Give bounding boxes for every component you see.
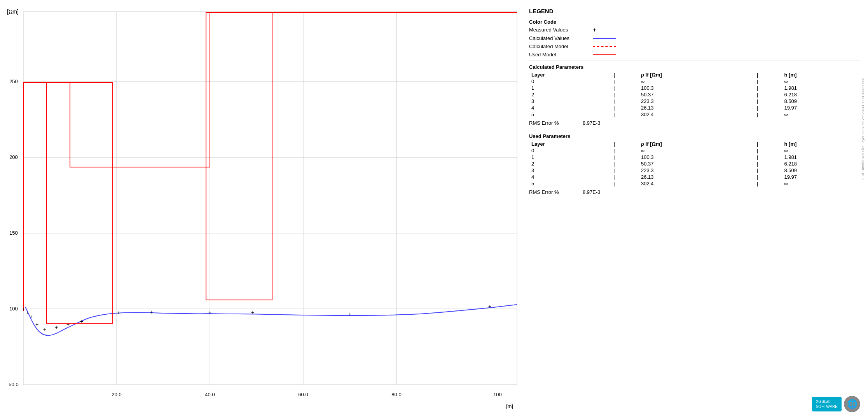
calc-th-layer: Layer — [529, 71, 611, 78]
meas-point-4: + — [35, 321, 38, 328]
meas-point-11: + — [208, 309, 211, 315]
calc-cell-5-3: | — [754, 111, 782, 118]
used-cell-1-1: | — [611, 154, 639, 160]
meas-point-14: + — [488, 303, 491, 309]
measured-values-item: Measured Values + — [529, 26, 860, 33]
y-tick-50: 50.0 — [9, 382, 18, 387]
used-cell-2-4: 6.218 — [782, 160, 860, 167]
used-parameters-title: Used Parameters — [529, 133, 860, 139]
y-tick-200: 200 — [9, 154, 18, 160]
used-cell-2-0: 2 — [529, 160, 611, 167]
used-cell-4-3: | — [754, 174, 782, 180]
calculated-values-label: Calculated Values — [529, 35, 591, 41]
calc-table-row: 2|50.37|6.218 — [529, 91, 860, 98]
measured-values-label: Measured Values — [529, 27, 591, 33]
used-th-sep2: | — [754, 141, 782, 147]
used-cell-3-4: 8.509 — [782, 167, 860, 174]
calculated-values-line — [593, 38, 616, 39]
used-cell-5-0: 5 — [529, 180, 611, 187]
calc-table-row: 4|26.13|19.97 — [529, 105, 860, 111]
calc-cell-4-3: | — [754, 105, 782, 111]
meas-point-13: + — [348, 311, 351, 317]
svg-rect-0 — [0, 0, 521, 420]
xgslab-logo: XGSLab SOFTWARE — [812, 397, 842, 411]
chart-area: [Ωm] 50.0 100 150 200 250 20.0 40.0 60.0… — [0, 0, 521, 420]
calc-cell-1-0: 1 — [529, 85, 611, 91]
used-cell-1-3: | — [754, 154, 782, 160]
calc-cell-0-4: ∞ — [782, 78, 860, 85]
calculated-model-label: Calculated Model — [529, 44, 591, 49]
xgslab-badge: XGSLab SOFTWARE 🌐 — [812, 396, 860, 412]
used-cell-0-3: | — [754, 147, 782, 154]
meas-point-1: + — [22, 306, 25, 312]
calc-cell-3-4: 8.509 — [782, 98, 860, 105]
used-cell-4-0: 4 — [529, 174, 611, 180]
used-cell-0-2: ∞ — [639, 147, 754, 154]
legend-panel: LEGEND Color Code Measured Values + Calc… — [521, 0, 868, 420]
x-axis-label: [m] — [506, 403, 513, 409]
used-cell-3-3: | — [754, 167, 782, 174]
divider-1 — [529, 61, 860, 61]
used-table-header-row: Layer | ρ If [Ωm] | h [m] — [529, 141, 860, 147]
used-cell-0-4: ∞ — [782, 147, 860, 154]
calc-cell-0-0: 0 — [529, 78, 611, 85]
calc-cell-1-2: 100.3 — [639, 85, 754, 91]
calc-cell-3-3: | — [754, 98, 782, 105]
rms-error-used: RMS Error % 8.97E-3 — [529, 189, 860, 195]
calc-cell-5-2: 302.4 — [639, 111, 754, 118]
y-tick-250: 250 — [9, 78, 18, 84]
meas-point-7: + — [66, 321, 70, 328]
used-cell-3-2: 223.3 — [639, 167, 754, 174]
calc-table-row: 0|∞|∞ — [529, 78, 860, 85]
calculated-model-line — [593, 46, 616, 47]
x-tick-80: 80.0 — [391, 392, 401, 397]
rms-error-used-label: RMS Error % — [529, 189, 559, 195]
globe-icon: 🌐 — [844, 396, 860, 412]
used-parameters-table: Layer | ρ If [Ωm] | h [m] 0|∞|∞1|100.3|1… — [529, 141, 860, 187]
used-cell-5-1: | — [611, 180, 639, 187]
calc-cell-2-1: | — [611, 91, 639, 98]
used-cell-3-1: | — [611, 167, 639, 174]
used-table-row: 2|50.37|6.218 — [529, 160, 860, 167]
watermark: 2.1d Tutorial SPA Five Layer XGSLab Ver … — [861, 78, 865, 180]
y-tick-150: 150 — [9, 230, 18, 236]
calc-th-sep1: | — [611, 71, 639, 78]
x-tick-60: 60.0 — [298, 392, 308, 397]
used-th-rho: ρ If [Ωm] — [639, 141, 754, 147]
calc-cell-0-3: | — [754, 78, 782, 85]
rms-error-calculated-value: 8.97E-3 — [583, 120, 601, 126]
used-th-sep1: | — [611, 141, 639, 147]
calc-cell-5-4: ∞ — [782, 111, 860, 118]
used-model-line — [593, 54, 616, 55]
used-th-layer: Layer — [529, 141, 611, 147]
meas-point-6: + — [55, 324, 58, 330]
used-cell-4-1: | — [611, 174, 639, 180]
calc-cell-1-4: 1.981 — [782, 85, 860, 91]
calc-th-rho: ρ If [Ωm] — [639, 71, 754, 78]
used-cell-0-1: | — [611, 147, 639, 154]
xgslab-subtitle: SOFTWARE — [816, 404, 838, 409]
calc-cell-2-0: 2 — [529, 91, 611, 98]
used-cell-2-2: 50.37 — [639, 160, 754, 167]
calc-cell-1-1: | — [611, 85, 639, 91]
meas-point-2: + — [26, 310, 29, 316]
calc-cell-2-3: | — [754, 91, 782, 98]
used-cell-5-3: | — [754, 180, 782, 187]
used-cell-5-2: 302.4 — [639, 180, 754, 187]
calc-th-h: h [m] — [782, 71, 860, 78]
y-axis-label: [Ωm] — [7, 9, 19, 15]
used-cell-4-4: 19.97 — [782, 174, 860, 180]
calculated-parameters-title: Calculated Parameters — [529, 64, 860, 70]
calc-cell-0-1: | — [611, 78, 639, 85]
measured-values-symbol: + — [593, 26, 596, 33]
used-table-row: 0|∞|∞ — [529, 147, 860, 154]
used-cell-4-2: 26.13 — [639, 174, 754, 180]
x-tick-20: 20.0 — [112, 392, 121, 397]
calc-cell-4-0: 4 — [529, 105, 611, 111]
calc-table-row: 5|302.4|∞ — [529, 111, 860, 118]
meas-point-12: + — [251, 309, 254, 315]
rms-error-calculated-label: RMS Error % — [529, 120, 559, 126]
meas-point-10: + — [150, 309, 153, 315]
used-cell-1-2: 100.3 — [639, 154, 754, 160]
used-table-row: 5|302.4|∞ — [529, 180, 860, 187]
